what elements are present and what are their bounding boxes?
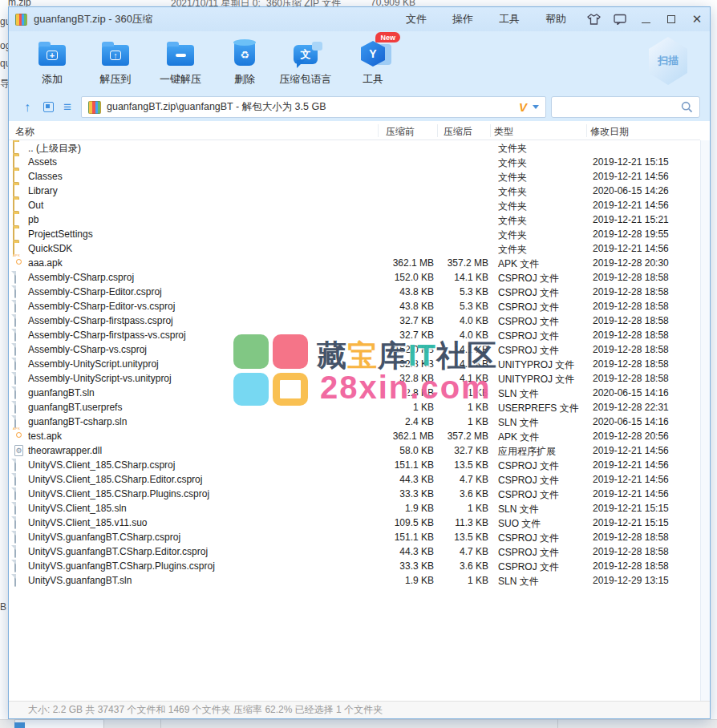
menu-action[interactable]: 操作 [452,12,473,26]
size-after: 4.7 KB [386,474,488,485]
modified-date: 2019-12-28 18:58 [593,560,669,572]
table-row[interactable]: guanfangBT-csharp.sln 2.4 KB 1 KB SLN 文件… [9,415,700,429]
table-row[interactable]: Assembly-CSharp-firstpass-vs.csproj 32.7… [9,328,700,342]
file-name: Assembly-CSharp-Editor-vs.csproj [28,301,175,312]
status-bar: 大小: 2.2 GB 共 37437 个文件和 1469 个文件夹 压缩率 62… [9,701,710,718]
menu-file[interactable]: 文件 [406,12,427,26]
column-name[interactable]: 名称 [15,125,34,139]
column-size-after[interactable]: 压缩后 [444,125,472,139]
table-row[interactable]: Assembly-UnityScript-vs.unityproj 32.8 K… [9,371,700,386]
icon-view-icon[interactable] [39,93,57,121]
address-path: guanfangBT.zip\guanfangBT - 解包大小为 3.5 GB [107,100,513,114]
folder-icon [13,213,14,226]
column-type[interactable]: 类型 [494,125,513,139]
bg-window-fragment [14,719,104,728]
table-row[interactable]: Out 文件夹 2019-12-21 14:56 [9,198,700,212]
one-click-extract-icon [167,45,194,66]
maximize-button[interactable] [665,14,678,26]
file-name: UnityVS.guanfangBT.CSharp.Plugins.csproj [28,560,215,572]
modified-date: 2019-12-28 20:56 [593,431,669,442]
file-name: Assembly-CSharp-Editor.csproj [28,286,162,297]
file-type: CSPROJ 文件 [498,560,559,574]
table-row[interactable]: UnityVS.guanfangBT.CSharp.Editor.csproj … [9,544,700,559]
table-row[interactable]: Assembly-CSharp-firstpass.csproj 32.7 KB… [9,313,700,328]
search-input[interactable] [551,96,700,118]
table-row[interactable]: UnityVS.Client_185.v11.suo 109.5 KB 11.3… [9,516,700,530]
table-row[interactable]: guanfangBT.sln 2.8 KB 1 KB SLN 文件 2020-0… [9,386,700,400]
table-row[interactable]: ProjectSettings 文件夹 2019-12-28 19:55 [9,227,700,241]
size-after: 5.3 KB [386,301,488,312]
up-level-icon[interactable]: ↑ [18,93,36,121]
feedback-icon[interactable] [614,14,626,25]
close-button[interactable]: ✕ [691,12,703,26]
file-icon [14,531,16,544]
modified-date: 2020-06-15 14:16 [593,416,669,427]
add-button[interactable]: + 添加 [18,39,86,87]
column-header-row: 名称 压缩前 压缩后 类型 修改日期 [9,121,700,140]
app-window: guanfangBT.zip - 360压缩 文件 操作 工具 帮助 ✕ + 添… [8,6,711,719]
table-row[interactable]: UnityVS.Client_185.CSharp.csproj 151.1 K… [9,458,700,472]
modified-date: 2019-12-28 22:31 [593,402,669,413]
table-row[interactable]: UnityVS.guanfangBT.sln 1.9 KB 1 KB SLN 文… [9,573,700,588]
taskbar-strip [0,719,717,728]
archive-language-button[interactable]: 文 压缩包语言 [265,39,346,87]
skin-icon[interactable] [587,14,601,25]
tools-button[interactable]: Y New 工具 [339,39,407,87]
table-row[interactable]: pb 文件夹 2019-12-21 15:21 [9,212,700,227]
table-row[interactable]: test.apk 362.1 MB 357.2 MB APK 文件 2019-1… [9,429,700,443]
size-after: 14.1 KB [386,344,488,355]
vertical-scrollbar[interactable] [700,140,710,702]
folder-icon [13,170,14,183]
table-row[interactable]: .. (上级目录) 文件夹 [9,140,700,155]
size-after: 357.2 MB [386,431,488,442]
table-row[interactable]: UnityVS.Client_185.CSharp.Editor.csproj … [9,472,700,487]
one-click-extract-button[interactable]: 一键解压 [147,39,214,87]
address-input[interactable]: guanfangBT.zip\guanfangBT - 解包大小为 3.5 GB… [81,96,546,118]
table-row[interactable]: aaa.apk 362.1 MB 357.2 MB APK 文件 2019-12… [9,256,700,270]
folder-icon [13,156,14,168]
table-row[interactable]: theorawrapper.dll 58.0 KB 32.7 KB 应用程序扩展… [9,443,700,458]
vip-badge[interactable]: V [519,100,527,114]
scan-shield-icon[interactable]: 扫描 [649,37,687,85]
table-row[interactable]: Assembly-CSharp-Editor-vs.csproj 43.8 KB… [9,299,700,313]
table-row[interactable]: Assembly-CSharp.csproj 152.0 KB 14.1 KB … [9,270,700,285]
column-size-before[interactable]: 压缩前 [386,125,415,139]
modified-date: 2019-12-28 18:58 [593,315,669,326]
file-type: 文件夹 [498,229,527,242]
list-view-icon[interactable]: ≡ [59,93,76,121]
size-after: 4.0 KB [386,330,488,341]
column-date[interactable]: 修改日期 [590,125,629,139]
table-row[interactable]: UnityVS.guanfangBT.CSharp.Plugins.csproj… [9,559,700,573]
file-type: CSPROJ 文件 [498,330,559,343]
table-row[interactable]: Assembly-UnityScript.unityproj 32.8 KB 4… [9,357,700,371]
file-name: UnityVS.Client_185.CSharp.Editor.csproj [28,474,202,485]
table-row[interactable]: Library 文件夹 2020-06-15 14:26 [9,184,700,198]
modified-date: 2019-12-29 13:15 [593,575,669,586]
file-name: Assembly-UnityScript.unityproj [28,358,159,370]
modified-date: 2019-12-28 19:55 [593,229,669,240]
menu-bar: 文件 操作 工具 帮助 [406,12,566,26]
file-name: UnityVS.guanfangBT.CSharp.csproj [28,532,180,543]
table-row[interactable]: Assembly-CSharp-Editor.csproj 43.8 KB 5.… [9,285,700,299]
menu-tools[interactable]: 工具 [499,12,520,26]
table-row[interactable]: QuickSDK 文件夹 2019-12-21 14:56 [9,241,700,256]
address-dropdown-icon[interactable] [533,105,539,112]
minimize-button[interactable] [639,14,652,26]
table-row[interactable]: UnityVS.guanfangBT.CSharp.csproj 151.1 K… [9,530,700,544]
size-after: 1 KB [386,416,488,427]
menu-help[interactable]: 帮助 [545,12,566,26]
table-row[interactable]: Assets 文件夹 2019-12-21 15:15 [9,155,700,169]
table-row[interactable]: Assembly-CSharp-vs.csproj 152.0 KB 14.1 … [9,342,700,357]
modified-date: 2019-12-28 18:58 [593,330,669,341]
file-name: aaa.apk [28,257,63,269]
file-icon [14,487,16,500]
size-after: 11.3 KB [386,517,488,528]
file-type: CSPROJ 文件 [498,344,559,358]
extract-to-button[interactable]: ↑ 解压到 [82,39,149,87]
table-row[interactable]: UnityVS.Client_185.CSharp.Plugins.csproj… [9,487,700,501]
table-row[interactable]: guanfangBT.userprefs 1 KB 1 KB USERPREFS… [9,400,700,415]
table-row[interactable]: UnityVS.Client_185.sln 1.9 KB 1 KB SLN 文… [9,501,700,516]
file-name: pb [28,214,38,225]
size-after: 13.5 KB [386,532,488,543]
table-row[interactable]: Classes 文件夹 2019-12-21 14:56 [9,169,700,184]
